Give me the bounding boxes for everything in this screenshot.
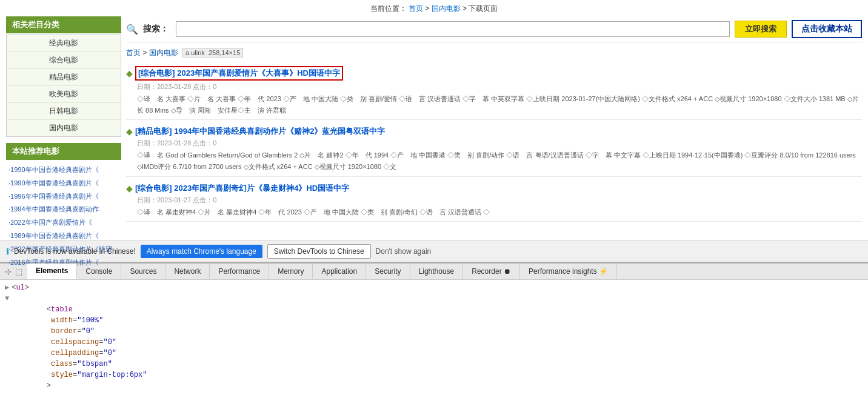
btn-always-match-language[interactable]: Always match Chrome's language bbox=[141, 245, 262, 258]
nav-sep1: > bbox=[142, 48, 149, 57]
devtools-panel: ⊹ ⬚ Elements Console Sources Network Per… bbox=[0, 262, 868, 401]
nav-section[interactable]: 国内电影 bbox=[149, 48, 178, 57]
btn-switch-devtools-chinese[interactable]: Switch DevTools to Chinese bbox=[267, 244, 371, 259]
movie-icon-3: ◆ bbox=[126, 184, 133, 193]
cursor-icon[interactable]: ⊹ bbox=[5, 267, 12, 276]
movie-entry-3: ◆ [综合电影] 2023年国产喜剧奇幻片《暴走财神4》HD国语中字 日期：20… bbox=[126, 179, 862, 222]
sidebar-recommend-title: 本站推荐电影 bbox=[6, 143, 121, 160]
devtools-notification-bar: ℹ DevTools is now available in Chinese! … bbox=[0, 240, 868, 262]
sidebar-item-japanese-korean[interactable]: 日韩电影 bbox=[7, 103, 121, 120]
sidebar-link-4[interactable]: ·1994年中国香港经典喜剧动作 bbox=[7, 203, 120, 216]
code-line-ul[interactable]: ▶ <ul> bbox=[0, 282, 868, 293]
sidebar-link-6[interactable]: ·1989年中国香港经典喜剧片《 bbox=[7, 230, 120, 243]
tab-security[interactable]: Security bbox=[366, 264, 410, 279]
bookmark-button[interactable]: 点击收藏本站 bbox=[792, 20, 862, 38]
tab-recorder[interactable]: Recorder ⏺ bbox=[463, 264, 520, 279]
main-content: 相关栏目分类 经典电影 综合电影 精品电影 欧美电影 日韩电影 国内电影 本站推… bbox=[0, 16, 868, 240]
movie-date-1: 日期：2023-01-28 点击：0 bbox=[126, 82, 862, 91]
movie-entry-2: ◆ [精品电影] 1994年中国香港经典喜剧动作片《赌神2》蓝光国粤双语中字 日… bbox=[126, 122, 862, 176]
movie-title-row-3: ◆ [综合电影] 2023年国产喜剧奇幻片《暴走财神4》HD国语中字 bbox=[126, 183, 862, 194]
sidebar-item-general[interactable]: 综合电影 bbox=[7, 52, 121, 69]
movie-title-highlight-box-1: [综合电影] 2023年国产喜剧爱情片《大喜事》HD国语中字 bbox=[135, 66, 343, 81]
sidebar-link-5[interactable]: ·2022年中国产喜剧爱情片《 bbox=[7, 216, 120, 230]
tab-console[interactable]: Console bbox=[77, 264, 121, 279]
tab-elements[interactable]: Elements bbox=[27, 263, 77, 279]
code-content: <ul> bbox=[12, 282, 29, 293]
btn-dont-show-again[interactable]: Don't show again bbox=[376, 247, 432, 256]
devtools-panel-icons: ⊹ ⬚ bbox=[5, 267, 22, 276]
box-icon[interactable]: ⬚ bbox=[15, 267, 22, 276]
arrow-icon: ▶ bbox=[5, 282, 9, 293]
info-icon: ℹ bbox=[6, 247, 9, 256]
tab-sources[interactable]: Sources bbox=[121, 264, 165, 279]
breadcrumb-home[interactable]: 首页 bbox=[409, 4, 423, 13]
tab-application[interactable]: Application bbox=[313, 264, 366, 279]
movie-title-link-1[interactable]: [综合电影] 2023年国产喜剧爱情片《大喜事》HD国语中字 bbox=[138, 68, 340, 78]
sidebar-link-3[interactable]: ·1996年中国香港经典喜剧片《 bbox=[7, 190, 120, 204]
right-content: 🔍 搜索： 立即搜索 点击收藏本站 首页 > 国内电影 a.ulink 258,… bbox=[126, 16, 862, 240]
tab-network[interactable]: Network bbox=[165, 264, 210, 279]
sidebar-item-classic[interactable]: 经典电影 bbox=[7, 35, 121, 52]
movie-detail-3: ◇译 名 暴走财神4 ◇片 名 暴走财神4 ◇年 代 2023 ◇产 地 中国大… bbox=[126, 207, 862, 218]
movie-title-link-3[interactable]: [综合电影] 2023年国产喜剧奇幻片《暴走财神4》HD国语中字 bbox=[135, 183, 349, 194]
breadcrumb-sep2: > bbox=[462, 4, 469, 13]
breadcrumb-sep1: > bbox=[425, 4, 431, 13]
search-icon: 🔍 bbox=[126, 24, 138, 35]
sidebar-category-list: 经典电影 综合电影 精品电影 欧美电影 日韩电影 国内电影 bbox=[6, 35, 121, 137]
movie-icon-2: ◆ bbox=[126, 127, 133, 136]
movie-detail-2: ◇译 名 God of Gamblers Return/God of Glamb… bbox=[126, 150, 862, 172]
breadcrumb-current: 下载页面 bbox=[469, 4, 498, 13]
breadcrumb-prefix: 当前位置： bbox=[370, 4, 407, 13]
movie-title-row-2: ◆ [精品电影] 1994年中国香港经典喜剧动作片《赌神2》蓝光国粤双语中字 bbox=[126, 126, 862, 137]
breadcrumb-section[interactable]: 国内电影 bbox=[432, 4, 461, 13]
sidebar-item-domestic[interactable]: 国内电影 bbox=[7, 120, 121, 136]
tab-performance[interactable]: Performance bbox=[210, 264, 269, 279]
nav-breadcrumb: 首页 > 国内电影 a.ulink 258,14×15 bbox=[126, 46, 862, 60]
movie-date-2: 日期：2023-01-28 点击：0 bbox=[126, 139, 862, 148]
devtools-tabs: ⊹ ⬚ Elements Console Sources Network Per… bbox=[0, 263, 868, 280]
movie-title-link-2[interactable]: [精品电影] 1994年中国香港经典喜剧动作片《赌神2》蓝光国粤双语中字 bbox=[135, 126, 385, 137]
nav-tag: a.ulink 258,14×15 bbox=[182, 48, 243, 58]
sidebar-category-title: 相关栏目分类 bbox=[6, 16, 121, 33]
search-button[interactable]: 立即搜索 bbox=[735, 21, 787, 38]
search-label: 搜索： bbox=[143, 24, 169, 35]
code-content: <table width="100%" border="0" cellspaci… bbox=[12, 293, 147, 401]
movie-detail-1: ◇译 名 大喜事 ◇片 名 大喜事 ◇年 代 2023 ◇产 地 中国大陆 ◇类… bbox=[126, 93, 862, 116]
arrow-icon: ▼ bbox=[5, 293, 9, 304]
tab-lighthouse[interactable]: Lighthouse bbox=[410, 264, 464, 279]
movie-entry-1: ◆ [综合电影] 2023年国产喜剧爱情片《大喜事》HD国语中字 日期：2023… bbox=[126, 62, 862, 120]
breadcrumb: 当前位置： 首页 > 国内电影 > 下载页面 bbox=[0, 0, 868, 16]
sidebar-item-western[interactable]: 欧美电影 bbox=[7, 86, 121, 103]
nav-home[interactable]: 首页 bbox=[126, 48, 141, 57]
sidebar: 相关栏目分类 经典电影 综合电影 精品电影 欧美电影 日韩电影 国内电影 本站推… bbox=[6, 16, 121, 240]
devtools-code-view[interactable]: ▶ <ul> ▼ <table width="100%" border="0" … bbox=[0, 280, 868, 401]
code-line-table[interactable]: ▼ <table width="100%" border="0" cellspa… bbox=[0, 293, 868, 401]
search-bar: 🔍 搜索： 立即搜索 点击收藏本站 bbox=[126, 16, 862, 42]
search-input[interactable] bbox=[176, 21, 730, 37]
movie-date-3: 日期：2023-01-27 点击：0 bbox=[126, 196, 862, 205]
movie-icon-1: ◆ bbox=[126, 68, 133, 78]
sidebar-link-1[interactable]: ·1990年中国香港经典喜剧片《 bbox=[7, 164, 120, 177]
sidebar-link-2[interactable]: ·1990年中国香港经典喜剧片《 bbox=[7, 177, 120, 190]
tab-memory[interactable]: Memory bbox=[269, 264, 313, 279]
sidebar-item-premium[interactable]: 精品电影 bbox=[7, 69, 121, 86]
movie-title-row-1: ◆ [综合电影] 2023年国产喜剧爱情片《大喜事》HD国语中字 bbox=[126, 66, 862, 81]
devtools-notification-text: DevTools is now available in Chinese! bbox=[14, 247, 136, 256]
tab-performance-insights[interactable]: Performance insights ⚡ bbox=[520, 264, 617, 279]
